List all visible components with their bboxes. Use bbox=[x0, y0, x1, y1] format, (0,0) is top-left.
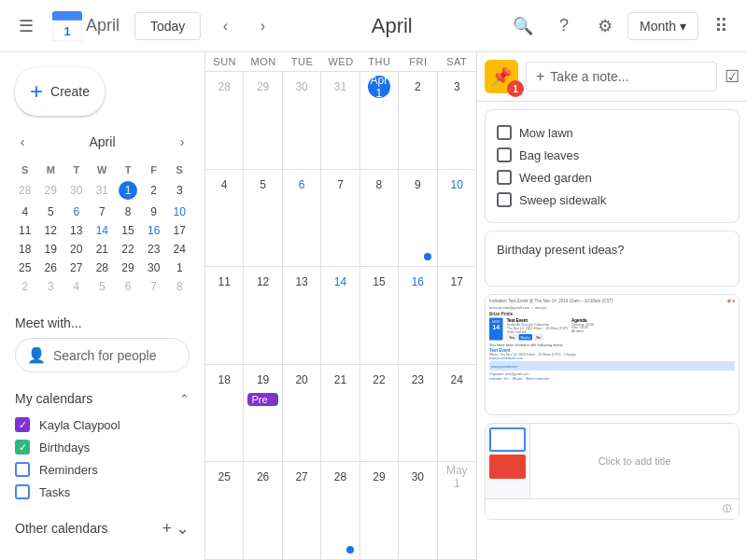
cell-date-number[interactable]: 21 bbox=[329, 369, 351, 391]
cell-date-number[interactable]: 30 bbox=[406, 466, 429, 488]
cell-date-number[interactable]: 5 bbox=[252, 174, 275, 196]
mini-cal-day[interactable]: 5 bbox=[91, 278, 115, 295]
search-button[interactable]: 🔍 bbox=[504, 7, 542, 45]
mini-cal-day[interactable]: 30 bbox=[64, 179, 89, 202]
calendar-cell[interactable]: 15 bbox=[360, 267, 399, 365]
today-button[interactable]: Today bbox=[134, 12, 201, 40]
mini-cal-day[interactable]: 10 bbox=[167, 203, 191, 220]
cell-date-number[interactable]: 22 bbox=[368, 369, 390, 391]
cell-date-number[interactable]: 23 bbox=[406, 369, 429, 391]
cell-date-number[interactable]: 2 bbox=[406, 76, 429, 98]
cell-date-number[interactable]: 29 bbox=[368, 466, 390, 488]
calendar-cell[interactable]: 30 bbox=[283, 72, 321, 170]
mini-prev-button[interactable]: ‹ bbox=[11, 131, 34, 153]
cell-date-number[interactable]: 24 bbox=[445, 369, 468, 391]
mini-cal-day[interactable]: 25 bbox=[13, 259, 37, 276]
calendar-cell[interactable]: 4 bbox=[205, 170, 244, 268]
prev-month-button[interactable]: ‹ bbox=[208, 9, 242, 43]
note-check-icon[interactable]: ☑ bbox=[725, 66, 740, 87]
calendar-cell[interactable]: 31 bbox=[321, 72, 359, 170]
mini-cal-day[interactable]: 26 bbox=[39, 259, 63, 276]
cell-date-number[interactable]: 28 bbox=[329, 466, 351, 488]
mini-cal-day[interactable]: 7 bbox=[142, 278, 166, 295]
mini-cal-day[interactable]: 22 bbox=[116, 241, 140, 258]
calendar-item-reminders[interactable]: Reminders bbox=[15, 458, 190, 481]
tasks-checkbox[interactable] bbox=[15, 484, 30, 499]
calendar-item-tasks[interactable]: Tasks bbox=[15, 481, 190, 503]
calendar-cell[interactable]: 24 bbox=[438, 365, 476, 463]
next-month-button[interactable]: › bbox=[246, 9, 279, 43]
mini-cal-day[interactable]: 5 bbox=[39, 203, 63, 220]
cell-date-number[interactable]: 9 bbox=[406, 174, 429, 196]
mini-cal-day[interactable]: 24 bbox=[167, 241, 191, 258]
calendar-cell[interactable]: 21 bbox=[321, 365, 359, 463]
calendar-cell[interactable]: 18 bbox=[205, 365, 244, 463]
calendar-cell[interactable]: 7 bbox=[321, 170, 359, 268]
calendar-cell[interactable]: 28 bbox=[205, 72, 244, 170]
reminders-checkbox[interactable] bbox=[15, 462, 30, 477]
mini-cal-day[interactable]: 2 bbox=[13, 278, 37, 295]
mini-cal-day[interactable]: 29 bbox=[39, 179, 63, 202]
cell-date-number[interactable]: 8 bbox=[368, 174, 390, 196]
mini-cal-day[interactable]: 12 bbox=[39, 222, 63, 239]
cell-date-number[interactable]: 4 bbox=[213, 174, 235, 196]
mini-cal-day[interactable]: 15 bbox=[116, 222, 140, 239]
calendar-cell[interactable]: 19Pre bbox=[244, 365, 282, 463]
calendar-cell[interactable]: 17 bbox=[438, 267, 476, 365]
cell-date-number[interactable]: 11 bbox=[213, 271, 235, 293]
cell-date-number[interactable]: 25 bbox=[213, 466, 235, 488]
my-calendars-toggle[interactable]: ⌃ bbox=[179, 392, 190, 406]
calendar-cell[interactable]: 11 bbox=[205, 267, 244, 365]
calendar-item-kayla[interactable]: ✓ Kayla Claypool bbox=[15, 413, 190, 436]
calendar-cell[interactable]: 2 bbox=[399, 72, 437, 170]
mini-cal-day[interactable]: 27 bbox=[64, 259, 89, 276]
calendar-cell[interactable]: 29 bbox=[360, 462, 399, 560]
calendar-cell[interactable]: 25 bbox=[205, 462, 244, 560]
event-chip[interactable]: Pre bbox=[247, 393, 277, 406]
cell-date-number[interactable]: 16 bbox=[406, 271, 429, 293]
todo-checkbox-1[interactable] bbox=[497, 125, 512, 140]
calendar-cell[interactable]: 16 bbox=[399, 267, 437, 365]
calendar-cell[interactable]: 23 bbox=[399, 365, 437, 463]
kayla-checkbox[interactable]: ✓ bbox=[15, 417, 30, 432]
cell-date-number[interactable]: Apr 1 bbox=[368, 76, 390, 98]
mini-cal-day[interactable]: 8 bbox=[167, 278, 191, 295]
calendar-cell[interactable]: 22 bbox=[360, 365, 399, 463]
mini-cal-day[interactable]: 6 bbox=[64, 203, 89, 220]
calendar-cell[interactable]: 29 bbox=[244, 72, 282, 170]
cell-date-number[interactable]: 7 bbox=[329, 174, 351, 196]
mini-cal-day[interactable]: 2 bbox=[142, 179, 166, 202]
create-button[interactable]: + Create bbox=[15, 67, 105, 116]
cell-date-number[interactable]: 15 bbox=[368, 271, 390, 293]
mini-cal-day[interactable]: 18 bbox=[13, 241, 37, 258]
todo-checkbox-3[interactable] bbox=[497, 170, 512, 185]
cell-date-number[interactable]: 29 bbox=[252, 76, 275, 98]
mini-cal-day[interactable]: 23 bbox=[142, 241, 166, 258]
calendar-cell[interactable]: 27 bbox=[283, 462, 321, 560]
cell-date-number[interactable]: 14 bbox=[329, 271, 351, 293]
calendar-cell[interactable]: Apr 1 bbox=[360, 72, 399, 170]
cell-date-number[interactable]: 17 bbox=[445, 271, 468, 293]
calendar-cell[interactable]: 5 bbox=[244, 170, 282, 268]
todo-checkbox-2[interactable] bbox=[497, 147, 512, 162]
take-note-input[interactable]: + Take a note... bbox=[526, 62, 717, 91]
calendar-cell[interactable]: 20 bbox=[283, 365, 321, 463]
mini-cal-day[interactable]: 7 bbox=[91, 203, 115, 220]
todo-checkbox-4[interactable] bbox=[497, 192, 512, 207]
mini-cal-day[interactable]: 17 bbox=[167, 222, 191, 239]
mini-cal-day[interactable]: 1 bbox=[116, 179, 140, 202]
mini-cal-day[interactable]: 21 bbox=[91, 241, 115, 258]
other-calendars-toggle[interactable]: ⌄ bbox=[176, 518, 190, 539]
cell-date-number[interactable]: 20 bbox=[290, 369, 313, 391]
cell-date-number[interactable]: 28 bbox=[213, 76, 235, 98]
cell-date-number[interactable]: May 1 bbox=[445, 466, 468, 488]
mini-cal-day[interactable]: 28 bbox=[91, 259, 115, 276]
calendar-cell[interactable]: 30 bbox=[399, 462, 437, 560]
mini-cal-day[interactable]: 8 bbox=[116, 203, 140, 220]
cell-date-number[interactable]: 6 bbox=[290, 174, 313, 196]
mini-cal-day[interactable]: 11 bbox=[13, 222, 37, 239]
cell-date-number[interactable]: 18 bbox=[213, 369, 235, 391]
cell-date-number[interactable]: 12 bbox=[252, 271, 275, 293]
calendar-item-birthdays[interactable]: ✓ Birthdays bbox=[15, 436, 190, 458]
cell-date-number[interactable]: 26 bbox=[252, 466, 275, 488]
